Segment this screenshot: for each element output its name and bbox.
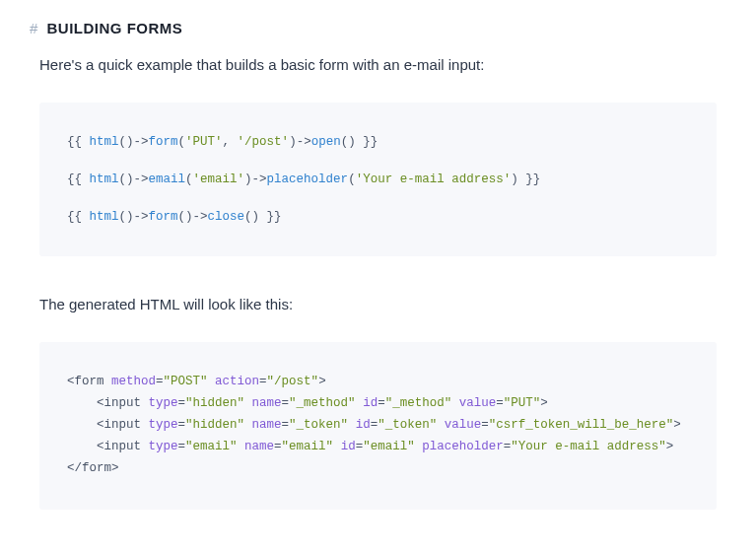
code-line: <form method="POST" action="/post"> [67, 372, 689, 391]
code-line: </form> [67, 458, 689, 478]
code-line: {{ html()->form()->close() }} [67, 207, 689, 227]
heading-hash[interactable]: # [30, 20, 38, 36]
heading-title: BUILDING FORMS [47, 20, 183, 36]
section-heading: # BUILDING FORMS [30, 20, 726, 36]
code-line: {{ html()->form('PUT', '/post')->open() … [67, 132, 689, 152]
code-block-blade: {{ html()->form('PUT', '/post')->open() … [39, 103, 717, 256]
code-block-html: <form method="POST" action="/post"> <inp… [39, 342, 717, 510]
code-line: {{ html()->email('email')->placeholder('… [67, 170, 689, 189]
output-paragraph: The generated HTML will look like this: [39, 296, 726, 312]
code-line: <input type="email" name="email" id="ema… [67, 437, 689, 456]
code-line: <input type="hidden" name="_method" id="… [67, 393, 689, 413]
intro-paragraph: Here's a quick example that builds a bas… [39, 56, 726, 73]
code-line: <input type="hidden" name="_token" id="_… [67, 415, 689, 435]
